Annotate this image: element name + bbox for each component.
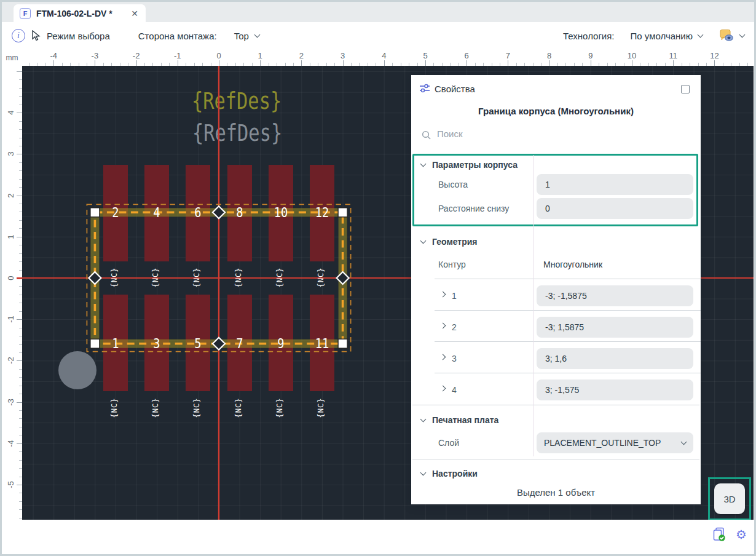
selection-status: Выделен 1 объект (411, 487, 701, 498)
properties-icon (419, 83, 430, 94)
selection-mode-label[interactable]: Режим выбора (47, 31, 110, 41)
ruler-label: 1 (249, 51, 271, 60)
nc-label: {NC} (151, 393, 162, 423)
panel-pin-checkbox[interactable] (681, 85, 690, 93)
ruler-label: 9 (580, 51, 602, 60)
mount-side-label: Сторона монтажа: (138, 31, 217, 41)
technology-value[interactable]: По умолчанию (631, 31, 693, 41)
tab-bar: F FTM-106-02-L-DV * ✕ (2, 2, 754, 22)
ruler-tick (17, 485, 22, 485)
section-chevron-icon[interactable] (420, 161, 427, 167)
nc-label: {NC} (110, 263, 121, 292)
ruler-label: 0 (208, 51, 230, 60)
ruler-label: 7 (497, 51, 519, 60)
nc-label: {NC} (151, 263, 162, 292)
info-icon[interactable]: i (12, 29, 25, 42)
ruler-tick (17, 402, 22, 403)
tab-footprint[interactable]: F FTM-106-02-L-DV * ✕ (14, 4, 146, 22)
toolbar: i Режим выбора Сторона монтажа: Top Техн… (2, 22, 754, 49)
point-coordinates-input[interactable] (537, 285, 693, 306)
ruler-tick (508, 60, 508, 66)
tab-title: FTM-106-02-L-DV * (36, 9, 112, 18)
pad-number: 2 (104, 205, 127, 220)
nc-label: {NC} (275, 263, 286, 292)
section-settings[interactable]: Настройки (421, 469, 478, 479)
search-field[interactable] (411, 127, 701, 146)
technology-chevron-icon[interactable] (698, 31, 704, 38)
ruler-label: 3 (332, 51, 354, 60)
row-divider (435, 310, 701, 311)
ruler-label: -2 (6, 352, 16, 369)
ruler-origin-mark (17, 277, 22, 279)
ruler-label: 3 (6, 145, 16, 162)
bottom-gap-input[interactable] (537, 198, 693, 219)
ruler-label: 4 (6, 104, 16, 121)
height-input[interactable] (537, 174, 693, 195)
point-expander-icon[interactable] (440, 323, 446, 329)
pad-number: 12 (310, 205, 333, 220)
properties-panel: Свойства Граница корпуса (Многоугольник)… (411, 75, 701, 504)
point-expander-icon[interactable] (440, 354, 446, 360)
pad-number: 1 (104, 336, 127, 351)
layers-chevron-icon[interactable] (739, 31, 746, 38)
ruler-tick (17, 237, 22, 237)
row-divider (435, 341, 701, 342)
pad-number: 4 (145, 205, 168, 220)
mount-side-chevron-icon[interactable] (254, 31, 260, 38)
validate-document-icon[interactable] (712, 527, 726, 542)
pad-number: 8 (228, 205, 251, 220)
point-label: 2 (452, 322, 457, 332)
pad-number: 9 (269, 336, 292, 351)
section-chevron-icon[interactable] (420, 469, 427, 475)
section-body-params[interactable]: Параметры корпуса (421, 160, 518, 170)
point-coordinates-input[interactable] (537, 379, 693, 400)
mount-side-value[interactable]: Top (234, 31, 249, 41)
settings-gear-icon[interactable]: ⚙ (736, 528, 747, 541)
ruler-tick (632, 60, 632, 66)
section-geometry[interactable]: Геометрия (421, 237, 478, 247)
search-input[interactable] (436, 128, 669, 140)
pad-number: 5 (187, 336, 210, 351)
point-label: 4 (452, 385, 457, 395)
ruler-tick (591, 60, 591, 66)
nc-label: {NC} (234, 393, 245, 423)
ruler-label: 12 (703, 51, 725, 60)
tab-close-icon[interactable]: ✕ (130, 9, 140, 18)
ruler-label: -4 (6, 435, 16, 452)
nc-label: {NC} (317, 263, 328, 292)
point-coordinates-input[interactable] (537, 348, 693, 369)
ruler-label: -1 (167, 51, 189, 60)
section-chevron-icon[interactable] (420, 237, 427, 244)
ruler-label: 5 (414, 51, 436, 60)
ruler-tick (673, 60, 674, 66)
view-3d-button[interactable]: 3D (714, 483, 745, 514)
pad-number: 10 (269, 205, 292, 220)
ruler-label: 11 (662, 51, 684, 60)
bottom-bar: ⚙ (2, 520, 754, 554)
ruler-tick (95, 60, 95, 66)
ruler-label: -1 (6, 311, 16, 328)
ruler-tick (136, 60, 137, 66)
layer-select-chevron-icon[interactable] (681, 439, 687, 445)
point-coordinates-input[interactable] (537, 317, 693, 338)
panel-title: Свойства (435, 84, 475, 94)
section-pcb[interactable]: Печатная плата (421, 415, 498, 425)
ruler-tick (17, 319, 22, 320)
ruler-tick (17, 154, 22, 154)
ruler-label: 4 (373, 51, 395, 60)
point-expander-icon[interactable] (440, 386, 446, 392)
ruler-tick (219, 60, 219, 66)
section-chevron-icon[interactable] (420, 416, 427, 422)
point-expander-icon[interactable] (440, 292, 446, 298)
height-label: Высота (438, 180, 468, 189)
ruler-tick (549, 60, 550, 66)
row-divider (435, 279, 701, 279)
ruler-tick (17, 443, 22, 444)
layers-visibility-icon[interactable] (719, 29, 734, 42)
pad-number: 7 (228, 336, 251, 351)
ruler-tick (425, 60, 426, 66)
layer-select[interactable]: PLACEMENT_OUTLINE_TOP (537, 432, 693, 453)
ruler-unit-label: mm (2, 49, 22, 66)
cursor-icon[interactable] (31, 30, 41, 41)
ruler-label: 2 (6, 187, 16, 204)
